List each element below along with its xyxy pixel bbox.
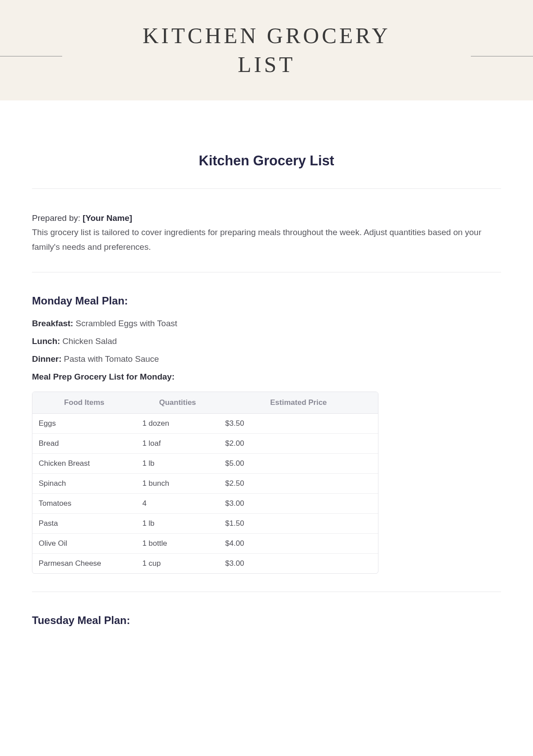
monday-heading: Monday Meal Plan: <box>32 295 501 307</box>
th-food-items: Food Items <box>32 392 136 414</box>
table-row: Parmesan Cheese1 cup$3.00 <box>32 553 378 573</box>
table-cell-qty: 1 lb <box>136 453 219 473</box>
table-header-row: Food Items Quantities Estimated Price <box>32 392 378 414</box>
monday-table: Food Items Quantities Estimated Price Eg… <box>32 392 378 574</box>
tuesday-heading: Tuesday Meal Plan: <box>32 614 501 627</box>
dinner-label: Dinner: <box>32 354 62 364</box>
banner-rule-left <box>0 56 62 56</box>
intro-blurb: This grocery list is tailored to cover i… <box>32 225 501 254</box>
divider <box>32 188 501 189</box>
monday-subhead: Meal Prep Grocery List for Monday: <box>32 372 501 382</box>
monday-lunch: Lunch: Chicken Salad <box>32 336 501 346</box>
table-row: Spinach1 bunch$2.50 <box>32 473 378 493</box>
prepared-by-line: Prepared by: [Your Name] <box>32 211 501 225</box>
th-quantities: Quantities <box>136 392 219 414</box>
table-cell-price: $1.50 <box>219 513 378 533</box>
table-cell-qty: 1 cup <box>136 553 219 573</box>
document-content: Kitchen Grocery List Prepared by: [Your … <box>0 153 533 627</box>
table-row: Bread1 loaf$2.00 <box>32 433 378 453</box>
divider <box>32 272 501 272</box>
table-cell-item: Spinach <box>32 473 136 493</box>
page-title: Kitchen Grocery List <box>32 153 501 169</box>
table-cell-item: Bread <box>32 433 136 453</box>
table-row: Pasta1 lb$1.50 <box>32 513 378 533</box>
divider <box>32 592 501 592</box>
table-cell-qty: 1 bottle <box>136 533 219 553</box>
lunch-label: Lunch: <box>32 336 60 346</box>
dinner-value: Pasta with Tomato Sauce <box>62 354 159 364</box>
banner-rule-right <box>471 56 533 56</box>
banner: KITCHEN GROCERY LIST <box>0 0 533 100</box>
table-cell-qty: 1 loaf <box>136 433 219 453</box>
monday-dinner: Dinner: Pasta with Tomato Sauce <box>32 354 501 364</box>
intro-block: Prepared by: [Your Name] This grocery li… <box>32 211 501 254</box>
breakfast-value: Scrambled Eggs with Toast <box>73 319 177 328</box>
table-cell-price: $3.00 <box>219 493 378 513</box>
table-cell-price: $4.00 <box>219 533 378 553</box>
table-cell-price: $3.50 <box>219 413 378 433</box>
table-cell-item: Parmesan Cheese <box>32 553 136 573</box>
table-row: Eggs1 dozen$3.50 <box>32 413 378 433</box>
table-cell-qty: 4 <box>136 493 219 513</box>
table-cell-price: $5.00 <box>219 453 378 473</box>
banner-title-line2: LIST <box>238 52 295 77</box>
table-cell-item: Eggs <box>32 413 136 433</box>
monday-breakfast: Breakfast: Scrambled Eggs with Toast <box>32 319 501 328</box>
banner-title-line1: KITCHEN GROCERY <box>143 23 390 48</box>
table-cell-qty: 1 dozen <box>136 413 219 433</box>
table-row: Olive Oil1 bottle$4.00 <box>32 533 378 553</box>
table-cell-item: Tomatoes <box>32 493 136 513</box>
banner-title: KITCHEN GROCERY LIST <box>143 21 390 79</box>
table-cell-qty: 1 lb <box>136 513 219 533</box>
table-row: Tomatoes4$3.00 <box>32 493 378 513</box>
table-cell-item: Olive Oil <box>32 533 136 553</box>
table-cell-price: $2.00 <box>219 433 378 453</box>
table-row: Chicken Breast1 lb$5.00 <box>32 453 378 473</box>
table-cell-item: Pasta <box>32 513 136 533</box>
table-cell-price: $3.00 <box>219 553 378 573</box>
th-estimated-price: Estimated Price <box>219 392 378 414</box>
table-cell-item: Chicken Breast <box>32 453 136 473</box>
prepared-by-label: Prepared by: <box>32 213 83 223</box>
table-cell-qty: 1 bunch <box>136 473 219 493</box>
lunch-value: Chicken Salad <box>60 336 117 346</box>
breakfast-label: Breakfast: <box>32 319 73 328</box>
prepared-by-name: [Your Name] <box>83 213 132 223</box>
table-cell-price: $2.50 <box>219 473 378 493</box>
